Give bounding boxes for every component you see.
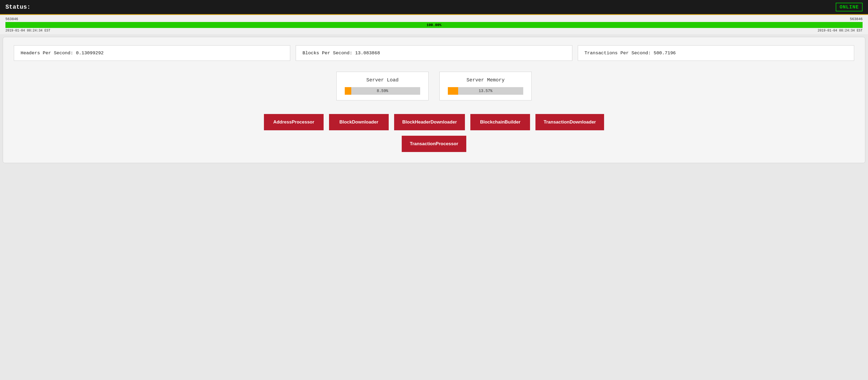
metric-bar-container: 13.57% [448,87,523,95]
status-label: Status: [5,4,30,10]
metrics-row: Server Load8.59%Server Memory13.57% [14,72,854,100]
progress-bar-label: 100.00% [427,23,442,27]
processor-button[interactable]: TransactionDownloader [535,114,604,130]
progress-section: 563846 563846 100.00% 2019-01-04 08:24:3… [0,15,868,34]
stats-row: Headers Per Second: 0.13099292Blocks Per… [14,45,854,61]
processors-row-2: TransactionProcessor [14,136,854,152]
stat-card: Headers Per Second: 0.13099292 [14,45,290,61]
metric-card: Server Memory13.57% [439,72,532,100]
processor-button[interactable]: BlockDownloader [329,114,389,130]
stat-card: Transactions Per Second: 500.7196 [578,45,854,61]
progress-right-number: 563846 [850,17,863,21]
progress-numbers: 563846 563846 [5,17,863,21]
metric-bar-fill [345,87,351,95]
online-badge: ONLINE [836,3,863,11]
metric-bar-label: 13.57% [479,89,492,93]
metric-bar-fill [448,87,458,95]
processor-button[interactable]: TransactionProcessor [402,136,467,152]
processor-button[interactable]: BlockchainBuilder [470,114,530,130]
metric-title: Server Load [345,77,420,83]
progress-dates: 2019-01-04 08:24:34 EST 2019-01-04 08:24… [5,29,863,33]
header: Status: ONLINE [0,0,868,15]
stat-card: Blocks Per Second: 13.083868 [296,45,572,61]
metric-title: Server Memory [448,77,523,83]
processors-row-1: AddressProcessorBlockDownloaderBlockHead… [14,114,854,130]
processor-button[interactable]: BlockHeaderDownloader [394,114,465,130]
metric-bar-label: 8.59% [377,89,388,93]
main-content: Headers Per Second: 0.13099292Blocks Per… [3,37,865,163]
progress-right-date: 2019-01-04 08:24:34 EST [817,29,863,33]
progress-left-number: 563846 [5,17,18,21]
metric-card: Server Load8.59% [336,72,429,100]
processor-button[interactable]: AddressProcessor [264,114,323,130]
metric-bar-container: 8.59% [345,87,420,95]
progress-bar-container: 100.00% [5,22,863,28]
progress-left-date: 2019-01-04 08:24:34 EST [5,29,51,33]
